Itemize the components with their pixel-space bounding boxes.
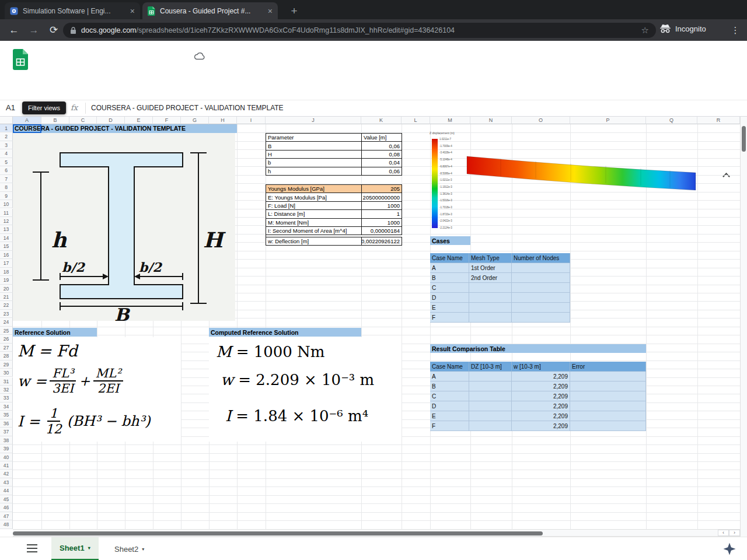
cell[interactable]: 0,00000184 bbox=[362, 227, 402, 235]
row-header-28[interactable]: 28 bbox=[0, 352, 13, 360]
row-header-32[interactable]: 32 bbox=[0, 386, 13, 394]
cell[interactable]: Mesh Type bbox=[469, 253, 512, 263]
horizontal-scrollbar[interactable]: ‹ › bbox=[13, 529, 740, 537]
cell[interactable]: 2,209 bbox=[512, 421, 570, 431]
row-header-18[interactable]: 18 bbox=[0, 268, 13, 276]
column-header-B[interactable]: B bbox=[41, 117, 69, 124]
row-header-40[interactable]: 40 bbox=[0, 453, 13, 461]
cell[interactable]: b bbox=[266, 159, 362, 167]
browser-tab-sheets[interactable]: Cousera - Guided Project #... × bbox=[142, 2, 278, 19]
row-header-33[interactable]: 33 bbox=[0, 394, 13, 402]
cell[interactable]: M: Moment [Nm] bbox=[266, 219, 362, 227]
column-header-N[interactable]: N bbox=[470, 117, 512, 124]
cell[interactable] bbox=[570, 391, 646, 401]
row-header-12[interactable]: 12 bbox=[0, 217, 13, 225]
row-header-24[interactable]: 24 bbox=[0, 318, 13, 326]
cell[interactable]: D bbox=[430, 401, 469, 411]
cell[interactable]: 205 bbox=[362, 185, 402, 193]
all-sheets-menu-icon[interactable] bbox=[27, 544, 37, 552]
cell[interactable]: 205000000000 bbox=[362, 193, 402, 201]
column-header-G[interactable]: G bbox=[181, 117, 209, 124]
browser-tab-simulation[interactable]: Simulation Software | Engi... × bbox=[5, 2, 140, 19]
reference-solution-header[interactable]: Reference Solution bbox=[13, 328, 97, 337]
column-header-A[interactable]: A bbox=[13, 117, 41, 124]
row-header-5[interactable]: 5 bbox=[0, 158, 13, 166]
row-header-6[interactable]: 6 bbox=[0, 166, 13, 174]
cell[interactable]: 1000 bbox=[362, 219, 402, 227]
sheet-tab-caret-icon[interactable]: ▾ bbox=[88, 545, 90, 551]
address-bar[interactable]: docs.google.com/spreadsheets/d/1iceh7ZKk… bbox=[63, 23, 656, 38]
cell[interactable]: B bbox=[430, 273, 469, 283]
row-header-7[interactable]: 7 bbox=[0, 175, 13, 183]
sheet-tab-sheet1[interactable]: Sheet1 ▾ bbox=[51, 537, 99, 560]
formula-input[interactable]: COURSERA - GUIDED PROJECT - VALIDATION T… bbox=[91, 104, 284, 112]
bookmark-star-icon[interactable]: ☆ bbox=[641, 25, 649, 36]
row-header-38[interactable]: 38 bbox=[0, 436, 13, 444]
cell[interactable] bbox=[469, 313, 512, 323]
cell[interactable]: 2,209 bbox=[512, 372, 570, 382]
row-header-23[interactable]: 23 bbox=[0, 310, 13, 318]
cell[interactable]: L: Distance [m] bbox=[266, 210, 362, 218]
column-header-J[interactable]: J bbox=[266, 117, 361, 124]
cell[interactable]: I: Second Moment of Area [m^4] bbox=[266, 227, 362, 235]
cell[interactable]: 2,209 bbox=[512, 382, 570, 391]
column-header-H[interactable]: H bbox=[209, 117, 237, 124]
tab-close-icon[interactable]: × bbox=[130, 7, 135, 15]
scroll-left-button[interactable]: ‹ bbox=[718, 530, 729, 536]
cell[interactable]: 0,08 bbox=[362, 150, 402, 159]
scroll-right-button[interactable]: › bbox=[729, 530, 740, 536]
row-header-9[interactable]: 9 bbox=[0, 192, 13, 200]
row-header-43[interactable]: 43 bbox=[0, 478, 13, 487]
cell[interactable]: E: Youngs Modulus [Pa] bbox=[266, 193, 362, 201]
name-box[interactable]: A1 bbox=[6, 103, 15, 112]
cell[interactable]: 0,06 bbox=[362, 142, 402, 150]
reload-icon[interactable]: ⟳ bbox=[47, 23, 61, 37]
cell[interactable]: h bbox=[266, 167, 362, 176]
cell[interactable] bbox=[512, 293, 570, 303]
cell[interactable]: B bbox=[430, 382, 469, 391]
cell[interactable]: 1 bbox=[362, 210, 402, 218]
url-text[interactable]: docs.google.com/spreadsheets/d/1iceh7ZKk… bbox=[81, 26, 637, 34]
vertical-scrollbar[interactable] bbox=[740, 117, 747, 537]
row-header-3[interactable]: 3 bbox=[0, 141, 13, 149]
row-header-27[interactable]: 27 bbox=[0, 344, 13, 352]
row-header-37[interactable]: 37 bbox=[0, 428, 13, 436]
cell[interactable]: E bbox=[430, 303, 469, 313]
cell[interactable] bbox=[512, 263, 570, 273]
cell[interactable] bbox=[469, 391, 512, 401]
row-header-42[interactable]: 42 bbox=[0, 470, 13, 478]
row-header-31[interactable]: 31 bbox=[0, 377, 13, 386]
select-all-corner[interactable] bbox=[0, 117, 13, 124]
horizontal-scrollbar-thumb[interactable] bbox=[13, 531, 543, 536]
cell[interactable]: 1000 bbox=[362, 202, 402, 210]
cell[interactable] bbox=[469, 421, 512, 431]
forward-icon[interactable]: → bbox=[27, 23, 41, 37]
cell[interactable]: 1st Order bbox=[469, 263, 512, 273]
cell[interactable]: A bbox=[430, 372, 469, 382]
cell[interactable]: F bbox=[430, 313, 469, 323]
row-header-8[interactable]: 8 bbox=[0, 183, 13, 191]
cell[interactable] bbox=[570, 382, 646, 391]
cell[interactable]: Value [m] bbox=[362, 134, 402, 142]
cell[interactable] bbox=[570, 372, 646, 382]
cell[interactable]: 2,209 bbox=[512, 401, 570, 411]
row-header-36[interactable]: 36 bbox=[0, 419, 13, 428]
computed-solution-header[interactable]: Computed Reference Solution bbox=[209, 328, 361, 337]
row-header-47[interactable]: 47 bbox=[0, 512, 13, 520]
column-header-L[interactable]: L bbox=[402, 117, 430, 124]
cases-section-header[interactable]: Cases bbox=[430, 236, 470, 245]
sheets-logo[interactable] bbox=[13, 49, 28, 70]
row-header-16[interactable]: 16 bbox=[0, 251, 13, 259]
cell[interactable]: A bbox=[430, 263, 469, 273]
row-header-35[interactable]: 35 bbox=[0, 411, 13, 419]
result-comparison-header[interactable]: Result Comparison Table bbox=[430, 344, 646, 353]
cell[interactable] bbox=[469, 372, 512, 382]
column-header-K[interactable]: K bbox=[361, 117, 402, 124]
row-header-22[interactable]: 22 bbox=[0, 301, 13, 309]
row-header-46[interactable]: 46 bbox=[0, 503, 13, 512]
cell[interactable]: B bbox=[266, 142, 362, 150]
tab-close-icon[interactable]: × bbox=[268, 7, 273, 15]
row-header-14[interactable]: 14 bbox=[0, 234, 13, 242]
sheet-tab-sheet2[interactable]: Sheet2 ▾ bbox=[106, 537, 152, 560]
cell[interactable]: Parameter bbox=[266, 134, 362, 142]
